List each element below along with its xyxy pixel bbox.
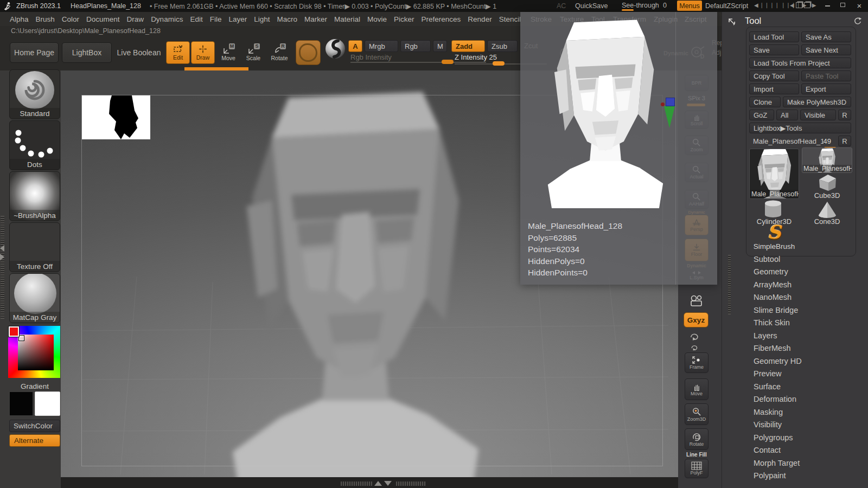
clone-button[interactable]: Clone: [749, 97, 781, 107]
zoom3d-button[interactable]: Zoom3D: [685, 403, 709, 425]
rotate-button[interactable]: R Rotate: [267, 41, 292, 64]
move-canvas-button[interactable]: Move: [685, 378, 709, 400]
tool-preview-model[interactable]: [538, 12, 673, 208]
load-tools-from-project-button[interactable]: Load Tools From Project: [749, 57, 851, 68]
collapse-arrow-icon[interactable]: [726, 16, 736, 26]
section-deformation[interactable]: Deformation: [754, 395, 796, 403]
see-through-label[interactable]: See-through: [622, 2, 659, 9]
goz-r-button[interactable]: R: [838, 110, 851, 120]
next-config-icon[interactable]: ▶: [812, 2, 816, 8]
section-visibility[interactable]: Visibility: [754, 420, 782, 429]
section-polypaint[interactable]: Polypaint: [754, 471, 786, 480]
toolbar-active-slider[interactable]: [184, 67, 248, 70]
menu-draw[interactable]: Draw: [127, 15, 144, 23]
tool-thumbnail-cone[interactable]: [815, 201, 839, 219]
paste-tool-button[interactable]: Paste Tool: [801, 70, 851, 81]
stroke-selector[interactable]: Dots: [9, 120, 60, 170]
prev-config-icon[interactable]: ◀: [790, 2, 794, 8]
menu-brush[interactable]: Brush: [36, 15, 55, 23]
menu-render[interactable]: Render: [468, 15, 492, 23]
menu-movie[interactable]: Movie: [367, 15, 387, 23]
ui-config-switcher[interactable]: ◀ ▶: [790, 2, 816, 8]
material-selector[interactable]: MatCap Gray: [9, 273, 60, 323]
switch-color-button[interactable]: SwitchColor: [9, 420, 60, 432]
tray-collapse-icon[interactable]: [384, 481, 392, 486]
brush-selector[interactable]: Standard: [9, 69, 60, 119]
current-brush-button[interactable]: [296, 40, 321, 65]
quicksave-button[interactable]: QuickSave: [575, 2, 608, 10]
section-masking[interactable]: Masking: [754, 408, 783, 416]
menu-stencil[interactable]: Stencil: [499, 15, 521, 23]
menu-alpha[interactable]: Alpha: [10, 15, 29, 23]
menu-file[interactable]: File: [210, 15, 222, 23]
rgb-intensity-track[interactable]: [350, 62, 486, 63]
main-color-swatch[interactable]: [9, 391, 33, 416]
bottom-divider-grip[interactable]: [341, 481, 372, 486]
export-button[interactable]: Export: [801, 84, 851, 94]
tool-thumbnail-cylinder[interactable]: [761, 198, 785, 219]
menu-material[interactable]: Material: [334, 15, 360, 23]
menu-light[interactable]: Light: [254, 15, 270, 23]
rgb-intensity-handle[interactable]: [442, 60, 454, 64]
rotate-y-icon[interactable]: [688, 331, 701, 342]
rotate3d-button[interactable]: Rotate: [685, 428, 709, 450]
left-tray-divider-grip[interactable]: [1, 216, 4, 319]
section-contact[interactable]: Contact: [754, 446, 781, 454]
default-zscript-button[interactable]: DefaultZScript: [705, 2, 748, 10]
z-intensity-handle[interactable]: [493, 61, 505, 66]
move-button[interactable]: M Move: [217, 41, 240, 64]
import-button[interactable]: Import: [749, 84, 799, 94]
section-thick-skin[interactable]: Thick Skin: [754, 318, 790, 327]
lightbox-tools-button[interactable]: Lightbox▶Tools: [749, 123, 851, 133]
goz-button[interactable]: GoZ: [749, 110, 774, 120]
menu-preferences[interactable]: Preferences: [422, 15, 461, 23]
menu-marker[interactable]: Marker: [304, 15, 327, 23]
home-page-button[interactable]: Home Page: [10, 42, 59, 63]
zsub-button[interactable]: Zsub: [487, 40, 518, 52]
restore-configuration-icon[interactable]: [853, 17, 862, 25]
tray-collapse-left-icon[interactable]: [0, 245, 4, 252]
draw-button[interactable]: Draw: [191, 41, 215, 64]
secondary-color-swatch[interactable]: [35, 391, 60, 416]
save-button[interactable]: Save: [749, 44, 799, 55]
section-layers[interactable]: Layers: [754, 331, 777, 340]
section-preview[interactable]: Preview: [754, 369, 782, 378]
tool-r-button[interactable]: R: [838, 136, 851, 146]
tool-thumbnail-selected[interactable]: Male_PlanesofH: [749, 149, 799, 199]
tool-thumbnail-simplebrush-label[interactable]: SimpleBrush: [742, 242, 807, 251]
tool-thumbnail-cube[interactable]: [814, 172, 839, 192]
section-nanomesh[interactable]: NanoMesh: [754, 293, 792, 301]
menu-picker[interactable]: Picker: [394, 15, 414, 23]
goz-all-button[interactable]: All: [776, 110, 798, 120]
minimize-button[interactable]: [825, 3, 830, 7]
a-toggle[interactable]: A: [348, 40, 362, 52]
zadd-button[interactable]: Zadd: [451, 40, 485, 52]
mrgb-button[interactable]: Mrgb: [365, 40, 398, 52]
m-button[interactable]: M: [433, 40, 447, 52]
see-through-slider[interactable]: [622, 9, 634, 11]
tool-thumbnail-head[interactable]: Male_PlanesofH: [802, 147, 852, 173]
alpha-selector[interactable]: ~BrushAlpha: [9, 171, 60, 221]
live-boolean-button[interactable]: Live Boolean: [114, 42, 164, 63]
section-morph-target[interactable]: Morph Target: [754, 459, 800, 467]
section-geometry-hd[interactable]: Geometry HD: [754, 357, 802, 365]
tray-expand-right-icon[interactable]: [0, 254, 4, 260]
prev-layout-icon[interactable]: ◀: [754, 2, 758, 8]
current-material-sphere[interactable]: [326, 39, 345, 59]
menu-document[interactable]: Document: [86, 15, 120, 23]
tool-thumbnail-cube-label[interactable]: Cube3D: [802, 191, 852, 200]
bottom-divider-grip[interactable]: [396, 481, 426, 486]
menu-layer[interactable]: Layer: [228, 15, 247, 23]
close-button[interactable]: ×: [855, 0, 864, 11]
section-slime-bridge[interactable]: Slime Bridge: [754, 306, 798, 314]
restore-button[interactable]: [840, 3, 845, 7]
camera-button[interactable]: [685, 291, 709, 311]
tool-thumbnail-cone-label[interactable]: Cone3D: [802, 217, 852, 226]
section-arraymesh[interactable]: ArrayMesh: [754, 280, 792, 289]
active-tool-button[interactable]: Male_PlanesofHead_128. 49: [749, 136, 835, 146]
save-as-button[interactable]: Save As: [801, 31, 851, 42]
rotate-z-icon[interactable]: [689, 343, 700, 351]
section-subtool[interactable]: Subtool: [754, 255, 780, 264]
menu-edit[interactable]: Edit: [190, 15, 202, 23]
section-surface[interactable]: Surface: [754, 382, 781, 391]
